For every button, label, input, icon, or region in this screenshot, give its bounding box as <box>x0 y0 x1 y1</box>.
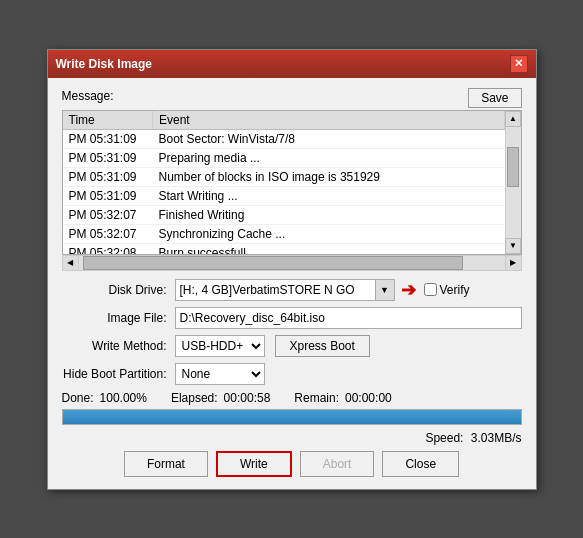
disk-drive-input[interactable] <box>175 279 395 301</box>
log-event-cell: Finished Writing <box>153 205 505 224</box>
progress-bar-fill <box>63 410 521 424</box>
log-time-cell: PM 05:31:09 <box>63 167 153 186</box>
image-file-row: Image File: <box>62 307 522 329</box>
log-area: Time Event PM 05:31:09Boot Sector: WinVi… <box>62 110 522 255</box>
log-event-cell: Boot Sector: WinVista/7/8 <box>153 129 505 148</box>
log-time-cell: PM 05:32:07 <box>63 224 153 243</box>
disk-drive-dropdown[interactable]: ▼ <box>175 279 395 301</box>
h-scrollbar-thumb[interactable] <box>83 256 463 270</box>
log-event-cell: Number of blocks in ISO image is 351929 <box>153 167 505 186</box>
log-table: Time Event PM 05:31:09Boot Sector: WinVi… <box>63 111 505 254</box>
save-button[interactable]: Save <box>468 88 521 108</box>
table-row: PM 05:31:09Boot Sector: WinVista/7/8 <box>63 129 505 148</box>
speed-value: 3.03MB/s <box>471 431 522 445</box>
remain-value: 00:00:00 <box>345 391 392 405</box>
table-row: PM 05:32:08Burn successfull <box>63 243 505 254</box>
window-title: Write Disk Image <box>56 57 152 71</box>
message-label: Message: <box>62 89 114 103</box>
disk-drive-row: Disk Drive: ▼ ➔ Verify <box>62 279 522 301</box>
disk-drive-label: Disk Drive: <box>62 283 167 297</box>
log-time-cell: PM 05:32:08 <box>63 243 153 254</box>
write-method-row: Write Method: USB-HDD+ Xpress Boot <box>62 335 522 357</box>
scroll-up-arrow[interactable]: ▲ <box>505 111 521 127</box>
scrollbar-thumb[interactable] <box>507 147 519 187</box>
scroll-down-arrow[interactable]: ▼ <box>505 238 521 254</box>
done-label: Done: <box>62 391 94 405</box>
h-scroll-right-arrow[interactable]: ▶ <box>505 256 521 270</box>
log-time-cell: PM 05:31:09 <box>63 129 153 148</box>
hide-boot-select[interactable]: None <box>175 363 265 385</box>
h-scrollbar[interactable]: ◀ ▶ <box>62 255 522 271</box>
write-method-select[interactable]: USB-HDD+ <box>175 335 265 357</box>
remain-item: Remain: 00:00:00 <box>294 391 391 405</box>
xpress-boot-button[interactable]: Xpress Boot <box>275 335 370 357</box>
col-time: Time <box>63 111 153 130</box>
abort-button[interactable]: Abort <box>300 451 375 477</box>
hide-boot-label: Hide Boot Partition: <box>62 367 167 381</box>
elapsed-value: 00:00:58 <box>224 391 271 405</box>
scrollbar-track <box>506 127 521 238</box>
log-time-cell: PM 05:31:09 <box>63 186 153 205</box>
speed-label: Speed: <box>425 431 463 445</box>
table-row: PM 05:31:09Start Writing ... <box>63 186 505 205</box>
disk-drive-arrow[interactable]: ▼ <box>375 279 395 301</box>
action-buttons: Format Write Abort Close <box>62 451 522 477</box>
log-event-cell: Preparing media ... <box>153 148 505 167</box>
table-row: PM 05:31:09Preparing media ... <box>63 148 505 167</box>
write-method-label: Write Method: <box>62 339 167 353</box>
message-header: Message: Save <box>62 88 522 108</box>
log-time-cell: PM 05:32:07 <box>63 205 153 224</box>
hide-boot-row: Hide Boot Partition: None <box>62 363 522 385</box>
elapsed-label: Elapsed: <box>171 391 218 405</box>
format-button[interactable]: Format <box>124 451 208 477</box>
progress-stats-row: Done: 100.00% Elapsed: 00:00:58 Remain: … <box>62 391 522 405</box>
message-section: Message: Save Time Event PM 05:31:09Boot… <box>62 88 522 271</box>
title-bar: Write Disk Image ✕ <box>48 50 536 78</box>
close-icon[interactable]: ✕ <box>510 55 528 73</box>
image-file-input[interactable] <box>175 307 522 329</box>
progress-bar-container <box>62 409 522 425</box>
done-value: 100.00% <box>100 391 147 405</box>
red-arrow-icon: ➔ <box>401 279 416 301</box>
log-event-cell: Burn successfull <box>153 243 505 254</box>
window-body: Message: Save Time Event PM 05:31:09Boot… <box>48 78 536 489</box>
table-row: PM 05:31:09Number of blocks in ISO image… <box>63 167 505 186</box>
log-time-cell: PM 05:31:09 <box>63 148 153 167</box>
speed-row: Speed: 3.03MB/s <box>62 431 522 445</box>
done-item: Done: 100.00% <box>62 391 147 405</box>
write-button[interactable]: Write <box>216 451 292 477</box>
write-disk-image-window: Write Disk Image ✕ Message: Save Time Ev… <box>47 49 537 490</box>
log-event-cell: Start Writing ... <box>153 186 505 205</box>
verify-label: Verify <box>424 283 470 297</box>
verify-checkbox[interactable] <box>424 283 437 296</box>
table-row: PM 05:32:07Synchronizing Cache ... <box>63 224 505 243</box>
log-event-cell: Synchronizing Cache ... <box>153 224 505 243</box>
col-event: Event <box>153 111 505 130</box>
scrollbar[interactable]: ▲ ▼ <box>505 111 521 254</box>
form-section: Disk Drive: ▼ ➔ Verify Image File: Write… <box>62 279 522 385</box>
h-scroll-left-arrow[interactable]: ◀ <box>63 256 79 270</box>
close-button[interactable]: Close <box>382 451 459 477</box>
table-row: PM 05:32:07Finished Writing <box>63 205 505 224</box>
image-file-label: Image File: <box>62 311 167 325</box>
remain-label: Remain: <box>294 391 339 405</box>
elapsed-item: Elapsed: 00:00:58 <box>171 391 270 405</box>
